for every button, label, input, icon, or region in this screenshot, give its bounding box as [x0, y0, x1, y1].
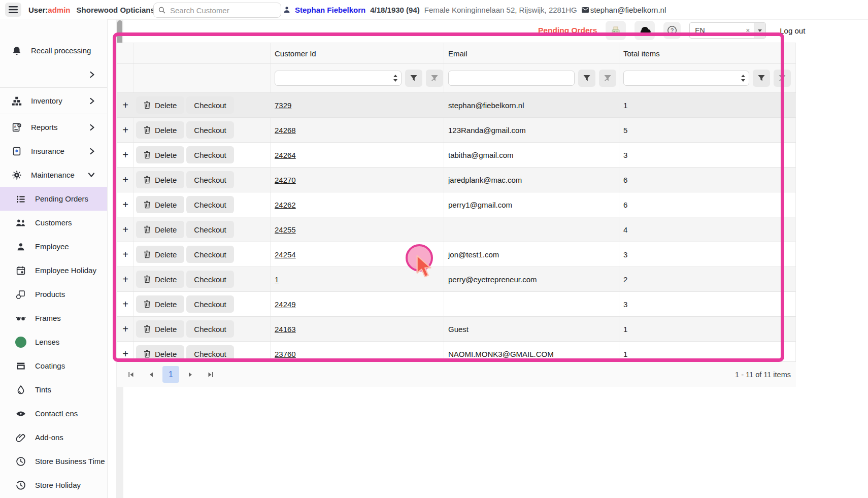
customer-id-link[interactable]: 24255 — [275, 225, 296, 234]
delete-button[interactable]: Delete — [136, 196, 184, 213]
sidebar-item-unlabeled[interactable] — [0, 62, 107, 86]
sidebar-item-maintenance[interactable]: Maintenance — [0, 163, 107, 187]
sidebar-item-contactlens[interactable]: ContactLens — [0, 402, 107, 425]
checkout-button[interactable]: Checkout — [186, 171, 233, 188]
checkout-button[interactable]: Checkout — [186, 196, 233, 213]
customer-id-link[interactable]: 24163 — [275, 325, 296, 334]
delete-button[interactable]: Delete — [136, 246, 184, 263]
customer-id-filter-field[interactable] — [275, 71, 390, 85]
sidebar-item-customers[interactable]: Customers — [0, 211, 107, 235]
customer-id-link[interactable]: 23760 — [275, 350, 296, 358]
sidebar-item-store-business-time[interactable]: Store Business Time — [0, 449, 107, 473]
clear-language-icon[interactable]: × — [742, 23, 754, 38]
customer-id-link[interactable]: 24268 — [275, 126, 296, 135]
delete-button[interactable]: Delete — [136, 221, 184, 238]
sidebar-item-employee-holiday[interactable]: Employee Holiday — [0, 258, 107, 282]
language-dropdown-button[interactable] — [754, 23, 765, 38]
checkout-button[interactable]: Checkout — [186, 320, 233, 338]
delete-button[interactable]: Delete — [136, 345, 184, 362]
expand-row-button[interactable]: + — [117, 118, 134, 142]
delete-button[interactable]: Delete — [136, 320, 184, 338]
expand-row-button[interactable]: + — [117, 143, 134, 167]
total-items-clear-filter-button[interactable] — [774, 70, 791, 87]
customer-id-link[interactable]: 24270 — [275, 176, 296, 184]
customer-id-link[interactable]: 1 — [275, 275, 279, 284]
checkout-button[interactable]: Checkout — [186, 96, 233, 114]
delete-button[interactable]: Delete — [136, 121, 184, 139]
email-clear-filter-button[interactable] — [599, 70, 616, 87]
step-up-icon[interactable] — [393, 75, 397, 77]
header-email[interactable]: Email — [444, 43, 619, 63]
sidebar-item-frames[interactable]: Frames — [0, 306, 107, 330]
sidebar-item-pending-orders[interactable]: Pending Orders — [0, 187, 107, 211]
numeric-stepper[interactable] — [738, 71, 749, 85]
page-number-button[interactable]: 1 — [162, 366, 179, 383]
sidebar-item-inventory[interactable]: Inventory — [0, 89, 107, 113]
menu-toggle-button[interactable] — [5, 3, 21, 17]
email-filter-input[interactable] — [448, 71, 575, 86]
step-down-icon[interactable] — [741, 79, 745, 82]
sidebar-item-products[interactable]: Products — [0, 282, 107, 306]
expand-row-button[interactable]: + — [117, 317, 134, 341]
expand-row-button[interactable]: + — [117, 292, 134, 316]
email-filter-button[interactable] — [578, 70, 595, 87]
checkout-button[interactable]: Checkout — [186, 121, 233, 139]
checkout-button[interactable]: Checkout — [186, 246, 233, 263]
total-items-filter-input[interactable] — [623, 71, 749, 86]
customer-search[interactable] — [153, 3, 281, 18]
cloud-button[interactable] — [635, 21, 655, 40]
total-items-filter-button[interactable] — [753, 70, 770, 87]
first-page-button[interactable] — [123, 367, 139, 383]
sidebar-item-lenses[interactable]: Lenses — [0, 330, 107, 354]
expand-row-button[interactable]: + — [117, 192, 134, 217]
email-filter-field[interactable] — [449, 71, 574, 85]
sidebar-item-recall-processing[interactable]: Recall processing — [0, 39, 107, 62]
search-input[interactable] — [169, 6, 281, 15]
expand-row-button[interactable]: + — [117, 168, 134, 192]
language-select[interactable]: EN × — [689, 22, 766, 39]
checkout-button[interactable]: Checkout — [186, 221, 233, 238]
chevron-right-icon — [89, 148, 95, 155]
customer-name[interactable]: Stephan Fiebelkorn — [295, 6, 365, 14]
checkout-button[interactable]: Checkout — [186, 271, 233, 288]
header-total-items[interactable]: Total items — [619, 43, 796, 63]
sidebar-item-tints[interactable]: Tints — [0, 378, 107, 402]
delete-button[interactable]: Delete — [136, 146, 184, 163]
delete-button[interactable]: Delete — [136, 295, 184, 313]
sidebar-item-reports[interactable]: A Reports — [0, 115, 107, 139]
pos-button[interactable] — [606, 21, 626, 40]
sidebar-item-coatings[interactable]: Coatings — [0, 354, 107, 378]
checkout-button[interactable]: Checkout — [186, 345, 233, 362]
customer-id-clear-filter-button[interactable] — [426, 70, 443, 87]
customer-id-link[interactable]: 24264 — [275, 151, 296, 159]
customer-id-filter-button[interactable] — [405, 70, 422, 87]
numeric-stepper[interactable] — [390, 71, 401, 85]
delete-button[interactable]: Delete — [136, 171, 184, 188]
expand-row-button[interactable]: + — [117, 217, 134, 242]
customer-id-link[interactable]: 24249 — [275, 300, 296, 309]
expand-row-button[interactable]: + — [117, 242, 134, 267]
delete-button[interactable]: Delete — [136, 96, 184, 114]
sidebar-item-insurance[interactable]: Insurance — [0, 139, 107, 163]
help-button[interactable]: ? — [663, 22, 681, 39]
customer-id-link[interactable]: 24262 — [275, 201, 296, 209]
checkout-button[interactable]: Checkout — [186, 295, 233, 313]
header-customer-id[interactable]: Customer Id — [271, 43, 444, 63]
expand-row-button[interactable]: + — [117, 267, 134, 291]
previous-page-button[interactable] — [143, 367, 159, 383]
total-items-filter-field[interactable] — [624, 71, 738, 85]
sidebar-item-add-ons[interactable]: Add-ons — [0, 425, 107, 449]
expand-row-button[interactable]: + — [117, 93, 134, 117]
logout-button[interactable]: Log out — [775, 23, 810, 38]
customer-id-filter-input[interactable] — [275, 71, 402, 86]
step-up-icon[interactable] — [741, 75, 745, 77]
customer-id-link[interactable]: 24254 — [275, 250, 296, 259]
sidebar-item-store-holiday[interactable]: Store Holiday — [0, 473, 107, 497]
step-down-icon[interactable] — [393, 79, 397, 82]
checkout-button[interactable]: Checkout — [186, 146, 233, 163]
customer-id-link[interactable]: 7329 — [275, 101, 291, 110]
next-page-button[interactable] — [182, 367, 198, 383]
delete-button[interactable]: Delete — [136, 271, 184, 288]
sidebar-item-employee[interactable]: Employee — [0, 235, 107, 258]
last-page-button[interactable] — [203, 367, 219, 383]
